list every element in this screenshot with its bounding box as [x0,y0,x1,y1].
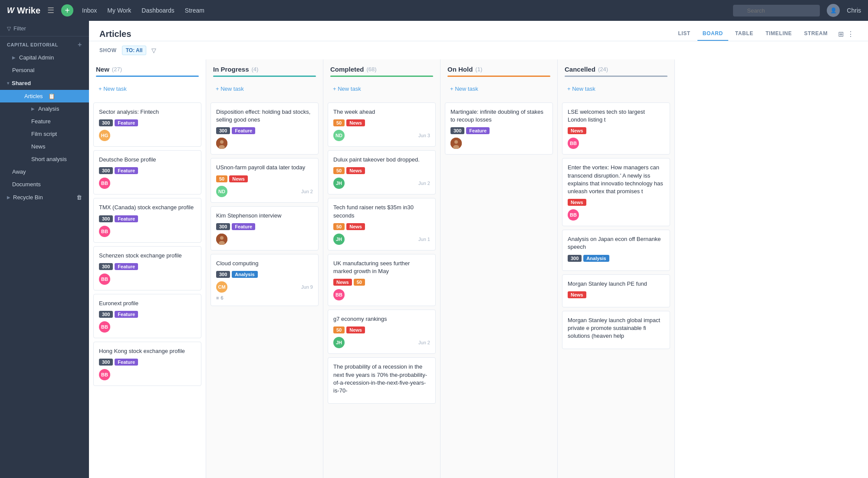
sidebar-item-analysis[interactable]: ▶ Analysis [23,102,89,115]
card-avatar: JH [333,178,345,189]
task-card[interactable]: The week ahead50NewsNDJun 3 [328,102,436,147]
task-card[interactable]: USnon-farm payroll data later today50New… [210,158,319,202]
card-title: Euronext profile [99,300,196,307]
card-title: Dulux paint takeover bod dropped. [333,156,430,164]
task-card[interactable]: LSE welcomes tech sto largest London lis… [562,102,670,155]
task-card[interactable]: Enter the vortex: How managers can trans… [562,158,670,226]
sidebar-item-film-script[interactable]: Film script [23,128,89,140]
sidebar-item-recycle-bin[interactable]: ▶ Recycle Bin 🗑 [0,191,89,204]
search-input[interactable] [733,5,820,16]
card-footer: BB [99,178,196,189]
view-icons: ⊞ ⋮ [835,30,858,38]
sidebar-item-documents[interactable]: Documents [0,178,89,191]
sidebar: ▽ Filter CAPITAL EDITORIAL + ▶ Capital A… [0,21,89,478]
task-card[interactable]: Analysis on Japan econ off Bernanke spee… [562,230,670,270]
sidebar-add-button[interactable]: + [78,41,82,49]
new-task-button-new[interactable]: + New task [93,82,201,96]
tab-board[interactable]: BOARD [697,27,728,41]
task-card[interactable]: Morgan Stanley launch PE fundNews [562,274,670,307]
card-date: Jun 2 [301,189,313,194]
hamburger-icon[interactable]: ☰ [47,6,54,15]
card-tags: 50News [333,167,430,174]
tab-stream[interactable]: STREAM [799,27,833,41]
card-avatar: ND [216,186,227,197]
sidebar-item-away[interactable]: Away [0,165,89,178]
column-bar-completed [330,76,433,77]
card-tags: 50News [333,119,430,126]
task-card[interactable]: TMX (Canada) stock exchange profile300Fe… [93,198,201,242]
column-title-on-hold: On Hold (1) [447,66,550,73]
task-card[interactable]: Sector analysis: Fintech300FeatureHG [93,102,201,147]
add-button[interactable]: + [61,4,73,16]
board-container: New (27)+ New taskSector analysis: Finte… [89,59,868,478]
user-avatar[interactable]: 👤 [827,4,840,17]
card-tags: 300Analysis [216,271,313,278]
tab-list[interactable]: LIST [673,27,695,41]
task-card[interactable]: UK manufacturing sees further marked gro… [328,254,436,306]
new-task-button-completed[interactable]: + New task [328,82,436,96]
card-footer: JHJun 1 [333,234,430,245]
filter-tag[interactable]: TO: All [122,46,147,55]
card-tags: 300Feature [216,127,313,134]
task-card[interactable]: Kim Stephenson interview300Feature [210,206,319,251]
task-card[interactable]: Schenzen stock exchange profile300Featur… [93,246,201,290]
new-task-button-in-progress[interactable]: + New task [210,82,319,96]
filter-funnel-icon[interactable]: ▽ [151,47,156,54]
card-tag: 300 [216,223,230,230]
sidebar-item-feature[interactable]: Feature [23,115,89,128]
task-card[interactable]: Tech fund raiser nets $35m in30 seconds5… [328,198,436,250]
new-task-button-on-hold[interactable]: + New task [445,82,553,96]
sidebar-item-capital-admin[interactable]: ▶ Capital Admin [0,51,89,64]
sidebar-item-personal[interactable]: Personal [0,64,89,76]
card-tags: News50 [333,279,430,286]
card-title: Cloud computing [216,260,313,267]
column-scroll-in-progress: Disposition effect: holding bad stocks, … [206,99,323,478]
filter-icon: ▽ [7,26,11,32]
column-scroll-cancelled: LSE welcomes tech sto largest London lis… [558,99,674,478]
task-card[interactable]: g7 economy rankings50NewsJHJun 2 [328,310,436,354]
column-title-completed: Completed (68) [330,66,433,73]
show-label: SHOW [99,47,117,53]
chevron-right-icon-recycle: ▶ [7,195,10,200]
user-name: Chris [847,7,861,14]
task-card[interactable]: Disposition effect: holding bad stocks, … [210,102,319,155]
column-cancelled: Cancelled (24)+ New taskLSE welcomes tec… [558,59,675,478]
column-title-text: New [96,66,109,73]
card-title: LSE welcomes tech sto largest London lis… [568,108,664,124]
card-tag: Feature [115,311,138,318]
chevron-right-icon: ▶ [12,55,16,60]
task-card[interactable]: Euronext profile300FeatureBB [93,294,201,338]
nav-mywork[interactable]: My Work [107,7,131,14]
task-card[interactable]: Morgan Stanley launch global impact priv… [562,311,670,349]
card-footer: JHJun 2 [333,178,430,189]
task-card[interactable]: Hong Kong stock exchange profile300Featu… [93,342,201,386]
sidebar-filter[interactable]: ▽ Filter [0,21,89,36]
card-date: Jun 2 [418,181,430,186]
task-card[interactable]: Martingale: infinite doubling of stakes … [445,102,553,155]
nav-dashboards[interactable]: Dashboards [141,7,174,14]
card-avatar: BB [99,274,110,285]
new-task-button-cancelled[interactable]: + New task [562,82,670,96]
column-title-in-progress: In Progress (4) [213,66,316,73]
sidebar-item-news[interactable]: News [23,140,89,153]
tab-table[interactable]: TABLE [730,27,759,41]
task-card[interactable]: The probability of a recession in the ne… [328,357,436,404]
sidebar-item-shared[interactable]: ▾ Shared [0,76,89,90]
tab-timeline[interactable]: TIMELINE [760,27,797,41]
sidebar-item-short-analysis[interactable]: Short analysis [23,153,89,165]
nav-inbox[interactable]: Inbox [82,7,97,14]
card-subtasks: ≡ 6 [216,295,313,300]
sidebar-item-articles[interactable]: Articles 📋 [0,90,89,102]
task-card[interactable]: Dulux paint takeover bod dropped.50NewsJ… [328,150,436,194]
task-card[interactable]: Cloud computing300AnalysisCMJun 9≡ 6 [210,254,319,306]
nav-stream[interactable]: Stream [185,7,204,14]
more-icon[interactable]: ⋮ [847,30,854,38]
task-card[interactable]: Deutsche Borse profile300FeatureBB [93,150,201,194]
card-title: g7 economy rankings [333,315,430,323]
main-layout: ▽ Filter CAPITAL EDITORIAL + ▶ Capital A… [0,21,868,478]
grid-icon[interactable]: ⊞ [838,30,844,38]
card-tag: 50 [354,279,365,286]
card-title: UK manufacturing sees further marked gro… [333,260,430,275]
sidebar-section-header: CAPITAL EDITORIAL + [0,36,89,51]
card-tag: 50 [333,223,345,230]
